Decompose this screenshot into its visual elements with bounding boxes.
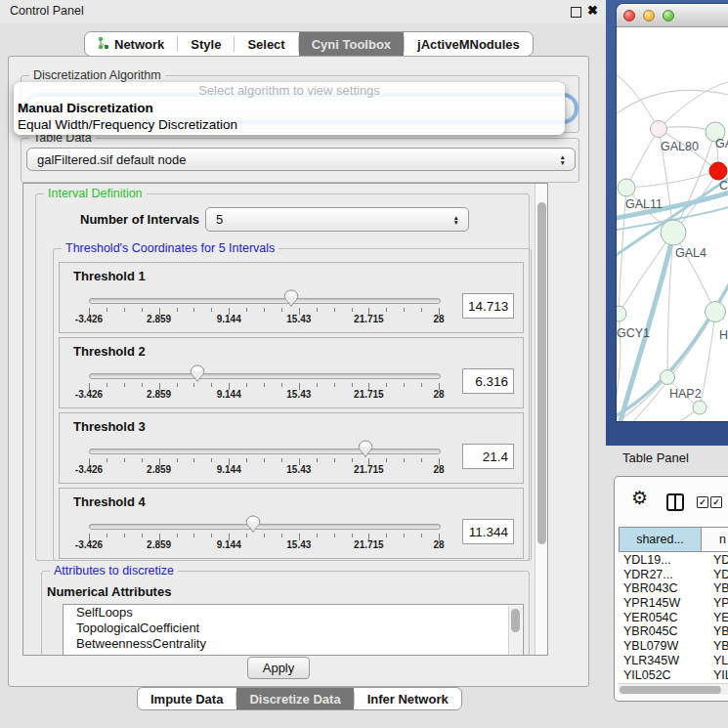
- slider-tick: [334, 458, 335, 462]
- close-panel-icon[interactable]: ✖: [587, 3, 598, 18]
- tab-select[interactable]: Select: [235, 32, 297, 56]
- cytoscape-desktop: GAL80GACGAL11GAL4GCY1HHAP2: [606, 0, 728, 446]
- table-rows: YDL19...YDL1YDR27...YDR2YBR043CYBR0YPR14…: [619, 553, 728, 680]
- network-node-gal4[interactable]: [661, 220, 686, 245]
- slider-tick-label: 21.715: [354, 389, 384, 400]
- network-edge: [673, 233, 715, 312]
- tab-infer-network[interactable]: Infer Network: [355, 688, 461, 709]
- threshold-slider-thumb[interactable]: [358, 440, 373, 458]
- network-node-label: C: [719, 179, 728, 193]
- control-panel-titlebar: Control Panel ✖: [0, 0, 606, 23]
- algorithm-option-equal-width-frequency-discretization[interactable]: Equal Width/Frequency Discretization: [14, 116, 565, 133]
- table-row[interactable]: YBR043CYBR0: [619, 581, 728, 596]
- table-data-selected-value: galFiltered.sif default node: [37, 152, 186, 167]
- network-view-window[interactable]: GAL80GACGAL11GAL4GCY1HHAP2: [617, 4, 728, 421]
- table-row[interactable]: YPR145WYPR1: [619, 596, 728, 611]
- slider-tick: [386, 534, 387, 537]
- table-row[interactable]: YLR345WYLR3: [619, 654, 728, 668]
- table-row[interactable]: YIL052CYIL0: [619, 668, 728, 681]
- algorithm-hint-item[interactable]: Select algorithm to view settings: [14, 82, 565, 100]
- network-node[interactable]: [709, 162, 727, 180]
- slider-tick-label: 15.43: [286, 389, 311, 400]
- algorithm-option-manual-discretization[interactable]: Manual Discretization: [14, 100, 565, 116]
- table-cell-name: YBL0: [706, 639, 728, 654]
- threshold-slider-track[interactable]: [89, 298, 441, 304]
- slider-tick: [142, 383, 143, 387]
- threshold-slider-track[interactable]: [89, 449, 441, 454]
- threshold-value-input[interactable]: [462, 444, 514, 469]
- combo-stepper-icon: ▲▼: [560, 154, 566, 165]
- table-data-combobox[interactable]: galFiltered.sif default node ▲▼: [26, 148, 576, 171]
- window-zoom-light-icon[interactable]: [663, 10, 674, 21]
- threshold-slider-track[interactable]: [89, 373, 441, 379]
- network-node-label: GAL4: [675, 246, 707, 260]
- network-node-gcy1[interactable]: [617, 306, 626, 321]
- slider-tick-label: 28: [433, 314, 444, 324]
- window-close-light-icon[interactable]: [623, 10, 635, 21]
- slider-tick: [264, 308, 265, 312]
- table-header-shared-name[interactable]: shared...: [619, 527, 702, 552]
- apply-button[interactable]: Apply: [247, 657, 310, 679]
- slider-tick-label: 15.43: [286, 464, 311, 475]
- network-canvas[interactable]: GAL80GACGAL11GAL4GCY1HHAP2: [617, 27, 728, 421]
- network-node[interactable]: [693, 401, 707, 414]
- attribute-item-betweennesscentrality[interactable]: BetweennessCentrality: [64, 636, 523, 652]
- tab-impute-data[interactable]: Impute Data: [138, 688, 236, 709]
- threshold-value-input[interactable]: [462, 368, 514, 394]
- threshold-slider-thumb[interactable]: [245, 515, 261, 534]
- window-minimize-light-icon[interactable]: [643, 10, 655, 21]
- tab-jactivemnodules[interactable]: jActiveMNodules: [405, 32, 533, 56]
- threshold-slider-thumb[interactable]: [190, 364, 205, 383]
- table-header-name[interactable]: n: [701, 527, 728, 552]
- float-window-icon[interactable]: [571, 7, 581, 18]
- number-of-intervals-value: 5: [216, 212, 223, 227]
- table-row[interactable]: YDR27...YDR2: [619, 568, 728, 582]
- gear-icon[interactable]: ⚙: [631, 489, 648, 507]
- table-hscrollbar[interactable]: [618, 683, 728, 695]
- table-row[interactable]: YDL19...YDL1: [619, 553, 728, 568]
- network-node-h[interactable]: [706, 302, 726, 322]
- slider-tick-label: 9.144: [217, 539, 241, 550]
- table-row[interactable]: YBR045CYBR0: [619, 624, 728, 639]
- column-layout-icon[interactable]: [666, 493, 684, 511]
- panel-title: Control Panel: [10, 4, 84, 18]
- settings-scrollpane: Interval Definition Number of Intervals …: [22, 183, 548, 656]
- attributes-list-scrollbar[interactable]: [508, 606, 522, 656]
- attribute-item-selfloops[interactable]: SelfLoops: [64, 605, 523, 621]
- threshold-value-input[interactable]: [462, 519, 514, 544]
- network-node-gal11[interactable]: [618, 179, 635, 196]
- tab-style[interactable]: Style: [178, 32, 234, 56]
- threshold-slider-thumb[interactable]: [283, 289, 299, 308]
- attribute-item-topologicalcoefficient[interactable]: TopologicalCoefficient: [64, 621, 523, 636]
- network-node-label: HAP2: [669, 387, 702, 401]
- slider-tick: [193, 534, 194, 537]
- slider-tick: [404, 534, 405, 537]
- threshold-slider-track[interactable]: [89, 524, 441, 530]
- numerical-attributes-list[interactable]: SelfLoopsTopologicalCoefficientBetweenne…: [63, 604, 524, 656]
- settings-scrollbar-thumb[interactable]: [537, 202, 546, 544]
- slider-tick: [142, 534, 143, 537]
- tab-cyni-toolbox[interactable]: Cyni Toolbox: [299, 32, 404, 56]
- slider-tick-label: 28: [433, 464, 444, 475]
- table-row[interactable]: YER054CYER0: [619, 611, 728, 625]
- slider-tick-label: 28: [433, 539, 444, 550]
- network-node-gal80[interactable]: [651, 121, 667, 138]
- network-graph: GAL80GACGAL11GAL4GCY1HHAP2: [617, 27, 728, 421]
- slider-tick-label: 2.859: [147, 464, 171, 475]
- tab-label: Discretize Data: [249, 692, 340, 707]
- tab-discretize-data[interactable]: Discretize Data: [236, 688, 353, 709]
- network-node-hap2[interactable]: [661, 370, 675, 385]
- slider-tick: [246, 308, 247, 312]
- checkbox-icon[interactable]: ✓: [697, 496, 708, 508]
- attributes-list-scrollbar-thumb[interactable]: [511, 609, 520, 632]
- table-hscrollbar-thumb[interactable]: [620, 686, 721, 694]
- number-of-intervals-combobox[interactable]: 5 ▲▼: [205, 207, 469, 232]
- settings-scrollbar[interactable]: [535, 184, 547, 655]
- checkbox-icon[interactable]: ✓: [710, 496, 722, 508]
- slider-tick: [352, 534, 353, 537]
- slider-tick: [107, 458, 107, 462]
- table-row[interactable]: YBL079WYBL0: [619, 639, 728, 654]
- slider-tick: [124, 383, 125, 387]
- threshold-value-input[interactable]: [462, 293, 514, 319]
- tab-network[interactable]: Network: [85, 32, 177, 56]
